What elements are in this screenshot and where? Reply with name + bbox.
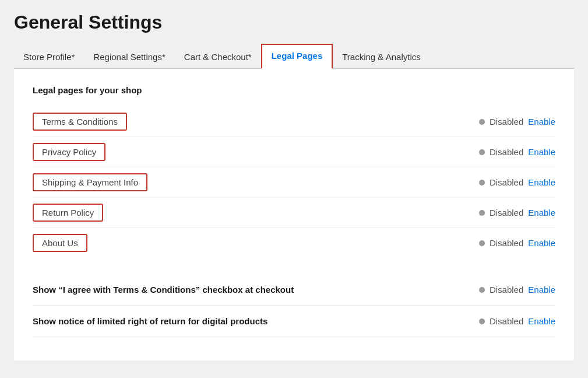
status-area-about-us: DisabledEnable [479, 238, 555, 248]
status-dot-about-us [479, 240, 485, 246]
enable-button-shipping-payment-info[interactable]: Enable [528, 177, 555, 187]
enable-button-about-us[interactable]: Enable [528, 238, 555, 248]
tab-store-profile[interactable]: Store Profile* [14, 46, 84, 68]
extra-status-area-terms-checkbox: DisabledEnable [479, 285, 555, 295]
extra-row-terms-checkbox: Show “I agree with Terms & Conditions” c… [33, 274, 555, 306]
extra-row-digital-return: Show notice of limited right of return f… [33, 306, 555, 337]
status-area-terms-conditions: DisabledEnable [479, 117, 555, 127]
legal-section-title: Legal pages for your shop [33, 85, 555, 95]
legal-row-shipping-payment-info: Shipping & Payment InfoDisabledEnable [33, 167, 555, 198]
status-dot-return-policy [479, 210, 485, 216]
tab-cart-checkout[interactable]: Cart & Checkout* [175, 46, 261, 68]
status-disabled-privacy-policy: Disabled [490, 147, 523, 157]
legal-page-name-privacy-policy[interactable]: Privacy Policy [33, 143, 105, 161]
extra-status-area-digital-return: DisabledEnable [479, 316, 555, 326]
legal-page-name-return-policy[interactable]: Return Policy [33, 204, 103, 222]
enable-button-terms-conditions[interactable]: Enable [528, 117, 555, 127]
status-disabled-return-policy: Disabled [490, 208, 523, 218]
enable-button-return-policy[interactable]: Enable [528, 208, 555, 218]
extra-dot-terms-checkbox [479, 287, 485, 293]
status-dot-shipping-payment-info [479, 180, 485, 186]
status-disabled-about-us: Disabled [490, 238, 523, 248]
extra-row-label-terms-checkbox: Show “I agree with Terms & Conditions” c… [33, 285, 294, 295]
extra-disabled-terms-checkbox: Disabled [490, 285, 523, 295]
legal-row-privacy-policy: Privacy PolicyDisabledEnable [33, 137, 555, 167]
status-disabled-terms-conditions: Disabled [490, 117, 523, 127]
page-wrapper: General Settings Store Profile*Regional … [0, 0, 588, 360]
extra-rows-container: Show “I agree with Terms & Conditions” c… [33, 274, 555, 337]
legal-page-name-shipping-payment-info[interactable]: Shipping & Payment Info [33, 173, 147, 191]
legal-row-about-us: About UsDisabledEnable [33, 228, 555, 258]
tabs-bar: Store Profile*Regional Settings*Cart & C… [14, 44, 574, 69]
status-area-shipping-payment-info: DisabledEnable [479, 177, 555, 187]
extra-row-label-digital-return: Show notice of limited right of return f… [33, 316, 267, 326]
legal-row-terms-conditions: Terms & ConditionsDisabledEnable [33, 107, 555, 137]
extra-enable-digital-return[interactable]: Enable [528, 316, 555, 326]
tab-tracking-analytics[interactable]: Tracking & Analytics [333, 46, 430, 68]
content-area: Legal pages for your shop Terms & Condit… [14, 69, 574, 360]
status-dot-privacy-policy [479, 149, 485, 155]
tab-legal-pages[interactable]: Legal Pages [261, 44, 333, 69]
legal-pages-list: Terms & ConditionsDisabledEnablePrivacy … [33, 107, 555, 258]
enable-button-privacy-policy[interactable]: Enable [528, 147, 555, 157]
extra-disabled-digital-return: Disabled [490, 316, 523, 326]
status-area-privacy-policy: DisabledEnable [479, 147, 555, 157]
legal-page-name-terms-conditions[interactable]: Terms & Conditions [33, 113, 127, 131]
extra-enable-terms-checkbox[interactable]: Enable [528, 285, 555, 295]
legal-page-name-about-us[interactable]: About Us [33, 234, 87, 252]
status-dot-terms-conditions [479, 119, 485, 125]
tab-regional-settings[interactable]: Regional Settings* [84, 46, 174, 68]
extra-dot-digital-return [479, 318, 485, 324]
page-title: General Settings [14, 12, 574, 33]
legal-row-return-policy: Return PolicyDisabledEnable [33, 198, 555, 228]
status-disabled-shipping-payment-info: Disabled [490, 177, 523, 187]
status-area-return-policy: DisabledEnable [479, 208, 555, 218]
